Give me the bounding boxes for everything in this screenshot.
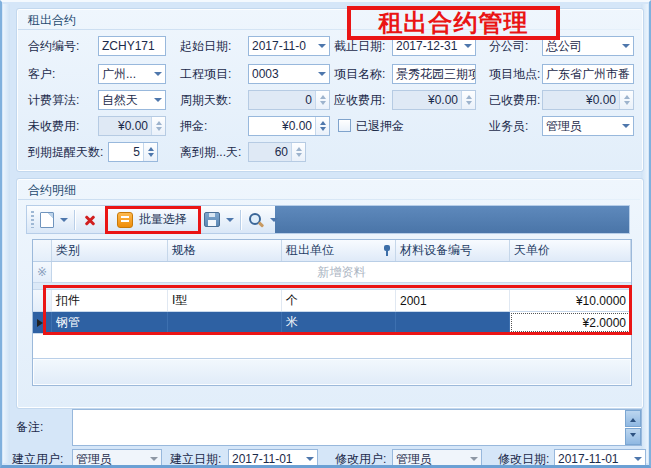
unreceived-label: 未收费用:: [28, 116, 79, 136]
scroll-up-button[interactable]: [625, 410, 641, 427]
modified-user-value: 管理员: [393, 450, 466, 468]
chevron-down-icon[interactable]: [618, 117, 633, 135]
search-icon: [248, 212, 264, 228]
spinner-buttons[interactable]: [619, 91, 633, 109]
start-date-select[interactable]: 2017-11-0: [248, 36, 330, 56]
toolbar-grip-handle[interactable]: [31, 211, 34, 228]
deposit-label: 押金:: [180, 116, 207, 136]
cell-price-editing[interactable]: ¥2.0000: [510, 312, 631, 333]
modified-user-label: 修改用户:: [335, 449, 386, 468]
modified-date-select[interactable]: 2017-11-01: [554, 449, 646, 468]
save-button[interactable]: [201, 208, 223, 231]
contract-no-input[interactable]: ZCHY171: [98, 36, 166, 56]
new-row-cell[interactable]: 新增资料: [52, 262, 631, 282]
modified-date-value: 2017-11-01: [555, 450, 630, 468]
receivable-stepper[interactable]: ¥0.00: [392, 90, 476, 110]
filter-pin-icon[interactable]: [383, 245, 391, 256]
chevron-down-icon[interactable]: [150, 91, 165, 109]
chevron-down-icon[interactable]: [314, 65, 329, 83]
cell-category[interactable]: 钢管: [52, 312, 168, 333]
spinner-buttons[interactable]: [315, 91, 329, 109]
remind-days-stepper[interactable]: 5: [108, 142, 158, 162]
scroll-down-button[interactable]: [625, 428, 641, 445]
cell-unit[interactable]: 个: [282, 290, 396, 311]
created-user-label: 建立用户:: [12, 449, 63, 468]
column-header-label: 类别: [56, 242, 80, 259]
table-row[interactable]: 扣件 I型 个 2001 ¥10.0000: [33, 290, 631, 312]
save-dropdown[interactable]: [223, 208, 236, 231]
batch-select-button[interactable]: 批量选择: [109, 208, 195, 231]
created-date-value: 2017-11-01: [229, 450, 302, 468]
customer-select[interactable]: 广州...: [98, 64, 166, 84]
delete-record-button[interactable]: [79, 208, 101, 231]
search-button[interactable]: [245, 208, 267, 231]
remind-days-label: 到期提醒天数:: [28, 142, 103, 162]
contract-no-label: 合约编号:: [28, 36, 79, 56]
column-header-code[interactable]: 材料设备编号: [396, 240, 510, 261]
chevron-down-icon[interactable]: [150, 65, 165, 83]
unreceived-stepper[interactable]: ¥0.00: [98, 116, 166, 136]
grid-new-row[interactable]: ※ 新增资料: [33, 262, 631, 283]
grid-empty-area: [33, 334, 631, 358]
column-header-spec[interactable]: 规格: [168, 240, 282, 261]
new-record-dropdown[interactable]: [57, 208, 70, 231]
spinner-buttons[interactable]: [315, 117, 329, 135]
new-row-placeholder: 新增资料: [52, 264, 631, 281]
days-left-stepper[interactable]: 60: [248, 142, 306, 162]
cell-spec[interactable]: I型: [168, 290, 282, 311]
remarks-textarea[interactable]: [72, 409, 642, 446]
customer-label: 客户:: [28, 64, 55, 84]
chevron-down-icon[interactable]: [630, 450, 645, 468]
column-header-unit[interactable]: 租出单位: [282, 240, 396, 261]
cell-category[interactable]: 扣件: [52, 290, 168, 311]
detail-group-title: 合约明细: [28, 182, 76, 199]
project-name-input[interactable]: 景秀花园三期项: [392, 64, 476, 84]
detail-grid: 类别 规格 租出单位 材料设备编号 天单价 ※ 新增资料 扣件 I型 个 200…: [32, 239, 632, 386]
search-dropdown[interactable]: [267, 208, 280, 231]
cell-code[interactable]: 2001: [396, 290, 510, 311]
column-header-category[interactable]: 类别: [52, 240, 168, 261]
created-date-select[interactable]: 2017-11-01: [228, 449, 318, 468]
received-stepper[interactable]: ¥0.00: [542, 90, 634, 110]
toolbar-fill: [275, 206, 629, 233]
project-site-input[interactable]: 广东省广州市番: [542, 64, 634, 84]
spinner-buttons[interactable]: [151, 117, 165, 135]
row-indicator-cell[interactable]: [33, 312, 52, 333]
deposit-returned-checkbox[interactable]: [338, 119, 351, 132]
column-header-label: 材料设备编号: [400, 242, 472, 259]
modified-date-label: 修改日期:: [498, 449, 549, 468]
cell-spec[interactable]: [168, 312, 282, 333]
spinner-buttons[interactable]: [461, 91, 475, 109]
remind-days-value: 5: [109, 143, 143, 161]
column-header-label: 规格: [172, 242, 196, 259]
project-name-label: 项目名称:: [334, 64, 385, 84]
start-date-value: 2017-11-0: [249, 37, 314, 55]
billing-method-select[interactable]: 自然天: [98, 90, 166, 110]
chevron-down-icon[interactable]: [314, 37, 329, 55]
cell-unit[interactable]: 米: [282, 312, 396, 333]
row-indicator-cell[interactable]: [33, 290, 52, 311]
created-user-select[interactable]: 管理员: [72, 449, 162, 468]
chevron-down-icon[interactable]: [618, 37, 633, 55]
window-left-edge: [3, 4, 10, 463]
annotation-title-text: 租出合约管理: [379, 7, 529, 39]
column-header-price[interactable]: 天单价: [510, 240, 631, 261]
current-row-arrow-icon: [37, 319, 47, 327]
spinner-buttons[interactable]: [291, 143, 305, 161]
salesman-value: 管理员: [543, 117, 618, 135]
cycle-days-stepper[interactable]: 0: [248, 90, 330, 110]
cell-code[interactable]: [396, 312, 510, 333]
header-indicator-cell: [33, 240, 52, 261]
modified-user-select[interactable]: 管理员: [392, 449, 482, 468]
project-no-select[interactable]: 0003: [248, 64, 330, 84]
table-row-selected[interactable]: 钢管 米 ¥2.0000: [33, 312, 631, 334]
cell-price[interactable]: ¥10.0000: [510, 290, 631, 311]
chevron-down-icon[interactable]: [146, 450, 161, 468]
batch-select-icon: [117, 212, 133, 228]
chevron-down-icon[interactable]: [302, 450, 317, 468]
spinner-buttons[interactable]: [143, 143, 157, 161]
deposit-stepper[interactable]: ¥0.00: [248, 116, 330, 136]
salesman-select[interactable]: 管理员: [542, 116, 634, 136]
new-record-button[interactable]: [37, 208, 57, 231]
chevron-down-icon[interactable]: [466, 450, 481, 468]
